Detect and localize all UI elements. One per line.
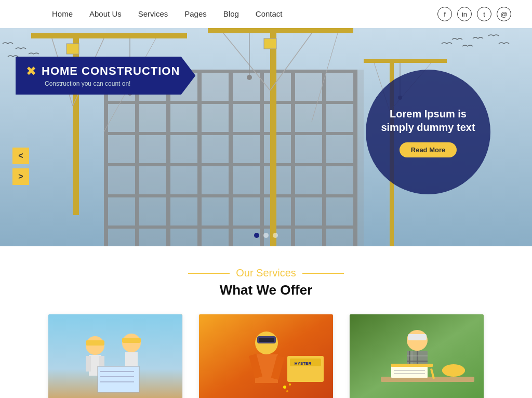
svg-point-62 xyxy=(289,383,291,386)
svg-rect-36 xyxy=(364,59,447,63)
facebook-icon[interactable]: f xyxy=(437,7,452,21)
services-label: Our Services xyxy=(236,267,296,279)
svg-rect-7 xyxy=(260,70,264,246)
svg-rect-77 xyxy=(391,366,428,378)
service-card-1-image xyxy=(48,314,182,398)
svg-rect-6 xyxy=(229,70,233,246)
slider-dot-1[interactable] xyxy=(254,233,259,238)
nav-menu: Home About Us Services Pages Blog Contac… xyxy=(21,9,283,19)
svg-rect-81 xyxy=(391,364,433,367)
service-card-2-image: HYSTER xyxy=(199,314,333,398)
logo-banner: ✖ HOME CONSTRUCTION Construction you can… xyxy=(16,57,195,95)
slider-dot-2[interactable] xyxy=(263,233,269,238)
hero-circle-overlay: Lorem Ipsum is simply dummy text Read Mo… xyxy=(366,70,490,194)
logo-subtitle: Construction you can count on! xyxy=(45,80,180,87)
svg-rect-27 xyxy=(270,28,276,246)
svg-rect-4 xyxy=(166,70,170,246)
svg-rect-83 xyxy=(442,367,465,374)
nav-item-pages[interactable]: Pages xyxy=(184,9,207,19)
services-subtitle: What We Offer xyxy=(31,282,501,298)
engineer-illustration xyxy=(350,314,484,398)
svg-rect-16 xyxy=(104,225,357,229)
title-line-left xyxy=(188,273,230,274)
svg-rect-45 xyxy=(86,356,91,372)
svg-point-63 xyxy=(286,390,288,392)
svg-rect-50 xyxy=(98,366,139,392)
service-card-1: ⛑ Lorem Ipsum xyxy=(48,314,183,398)
svg-rect-10 xyxy=(353,70,357,246)
nav-item-blog[interactable]: Blog xyxy=(223,9,239,19)
svg-rect-20 xyxy=(73,33,114,37)
services-label-row: Our Services xyxy=(31,267,501,279)
service-card-3: 📐 Lorem Ipsum xyxy=(349,314,484,398)
service-card-3-image xyxy=(350,314,484,398)
services-section: Our Services What We Offer xyxy=(0,246,532,398)
nav-item-contact[interactable]: Contact xyxy=(256,9,283,19)
svg-rect-15 xyxy=(104,194,357,197)
slider-prev-button[interactable]: < xyxy=(12,148,29,164)
svg-rect-26 xyxy=(66,44,79,54)
social-icons: f in t @ xyxy=(437,7,511,21)
svg-rect-5 xyxy=(197,70,202,246)
svg-rect-13 xyxy=(104,132,357,135)
linkedin-icon[interactable]: in xyxy=(457,7,472,21)
svg-text:HYSTER: HYSTER xyxy=(295,361,312,366)
instagram-icon[interactable]: @ xyxy=(497,7,511,21)
svg-rect-28 xyxy=(208,28,353,33)
nav-item-about[interactable]: About Us xyxy=(89,9,122,19)
svg-rect-8 xyxy=(291,70,295,246)
svg-rect-57 xyxy=(259,338,274,342)
twitter-icon[interactable]: t xyxy=(477,7,491,21)
title-line-right xyxy=(302,273,344,274)
svg-rect-12 xyxy=(104,101,357,104)
hero-section: ✖ HOME CONSTRUCTION Construction you can… xyxy=(0,28,532,246)
svg-rect-9 xyxy=(322,70,326,246)
slider-dot-3[interactable] xyxy=(273,233,278,238)
welder-illustration: HYSTER xyxy=(199,314,334,398)
slider-next-button[interactable]: > xyxy=(12,168,29,185)
svg-rect-69 xyxy=(408,334,427,340)
nav-links: Home About Us Services Pages Blog Contac… xyxy=(52,9,283,19)
svg-rect-3 xyxy=(135,70,139,246)
nav-item-home[interactable]: Home xyxy=(52,9,73,19)
svg-rect-34 xyxy=(264,38,276,49)
logo-title: HOME CONSTRUCTION xyxy=(42,64,180,78)
svg-rect-2 xyxy=(104,70,108,246)
svg-point-61 xyxy=(283,386,286,389)
svg-rect-14 xyxy=(104,163,357,166)
hero-circle-text: Lorem Ipsum is simply dummy text xyxy=(376,107,480,134)
svg-point-33 xyxy=(247,75,252,80)
service-card-2: HYSTER ✖ Lorem Ipsum xyxy=(198,314,334,398)
logo-icon: ✖ xyxy=(26,64,36,78)
read-more-button[interactable]: Read More xyxy=(400,142,457,157)
nav-item-services[interactable]: Services xyxy=(138,9,168,19)
workers-illustration xyxy=(48,314,182,398)
logo-top: ✖ HOME CONSTRUCTION xyxy=(26,64,180,78)
top-nav: Home About Us Services Pages Blog Contac… xyxy=(0,0,532,28)
svg-rect-43 xyxy=(86,340,104,346)
slider-dots xyxy=(254,233,278,238)
service-cards-container: ⛑ Lorem Ipsum xyxy=(31,314,501,398)
svg-rect-48 xyxy=(122,338,141,343)
